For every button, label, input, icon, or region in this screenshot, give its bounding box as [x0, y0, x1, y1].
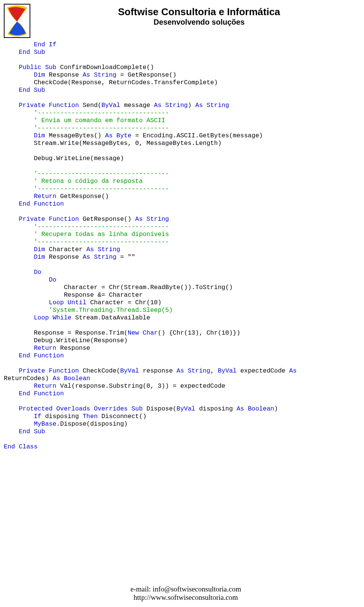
- code-keyword: Dim: [4, 71, 45, 79]
- company-logo: [4, 4, 30, 38]
- code-text: Character = Chr(10): [86, 299, 162, 306]
- code-text: GetResponse(): [56, 193, 109, 200]
- code-line: End Sub: [4, 49, 45, 56]
- code-keyword: Then: [83, 413, 98, 420]
- code-text: [297, 367, 300, 374]
- code-text: .Dispose(disposing): [56, 420, 128, 428]
- code-line: End Class: [4, 443, 38, 450]
- code-keyword: As Boolean: [53, 375, 90, 382]
- code-line: Debug.WriteLine(message): [4, 155, 124, 162]
- code-text: disposing: [195, 405, 237, 412]
- code-keyword: As Boolean: [237, 405, 274, 412]
- code-string: "": [128, 253, 135, 261]
- code-text: =: [116, 253, 128, 261]
- code-keyword: Private Function: [4, 215, 79, 223]
- code-keyword: ByVal: [218, 367, 237, 374]
- code-line: End If: [4, 41, 56, 48]
- code-line: Stream.Write(MessageBytes, 0, MessageByt…: [4, 140, 221, 147]
- code-keyword: As Byte: [105, 132, 131, 139]
- code-text: Response: [56, 344, 90, 352]
- code-text: ): [274, 405, 278, 412]
- code-keyword: Dim: [4, 253, 45, 261]
- code-keyword: ByVal: [177, 405, 196, 412]
- code-text: response: [139, 367, 176, 374]
- code-comment: ' Recupera todas as linha diponíveis: [4, 231, 169, 238]
- code-text: ReturnCodes): [4, 375, 53, 382]
- code-line: CheckCode(Response, ReturnCodes.Transfer…: [4, 79, 218, 86]
- code-text: Disconnect(): [98, 413, 147, 420]
- code-comment: ' Retona o código da resposta: [4, 178, 143, 185]
- code-comment: '-----------------------------------: [4, 124, 169, 132]
- footer-email: e-mail: info@softwiseconsultoria.com: [4, 585, 364, 593]
- code-text: Character: [45, 246, 86, 253]
- code-text: Response: [45, 253, 83, 261]
- code-line: Debug.WriteLine(Response): [4, 337, 128, 344]
- code-keyword: As String: [177, 367, 210, 374]
- code-comment: '-----------------------------------: [4, 109, 169, 116]
- code-keyword: Return: [4, 344, 56, 352]
- code-text: ConfirmDownloadComplete(): [56, 64, 154, 71]
- code-keyword: Public Sub: [4, 64, 56, 71]
- code-text: = Encoding.ASCII.GetBytes(message): [132, 132, 263, 139]
- code-keyword: Loop While: [4, 314, 71, 321]
- code-keyword: Dim: [4, 246, 45, 253]
- code-keyword: As String: [154, 102, 188, 109]
- code-keyword: As String: [195, 102, 229, 109]
- code-keyword: Dim: [4, 132, 45, 139]
- footer-url: http://www.softwiseconsultoria.com: [4, 593, 364, 602]
- code-line: Do: [4, 276, 56, 283]
- code-keyword: New Char: [128, 329, 158, 337]
- code-keyword: Private Function: [4, 102, 79, 109]
- code-text: Stream.DataAvailable: [71, 314, 150, 321]
- code-keyword: MyBase: [4, 420, 56, 428]
- code-keyword: Protected Overloads Overrides Sub: [4, 405, 143, 412]
- code-keyword: As: [289, 367, 297, 374]
- code-text: ): [188, 102, 195, 109]
- code-line: End Sub: [4, 86, 45, 94]
- code-comment: '-----------------------------------: [4, 238, 169, 245]
- code-comment: '-----------------------------------: [4, 170, 169, 177]
- code-line: End Function: [4, 390, 64, 397]
- code-text: MessageBytes(): [45, 132, 105, 139]
- code-comment: '-----------------------------------: [4, 185, 169, 192]
- code-text: disposing: [41, 413, 83, 420]
- code-keyword: Return: [4, 382, 56, 390]
- code-text: ,: [210, 367, 218, 374]
- code-comment: ' Envia um comando em formato ASCII: [4, 117, 165, 124]
- code-keyword: As String: [135, 215, 169, 223]
- document-header: Softwise Consultoria e Informática Desen…: [4, 4, 360, 38]
- code-comment: '-----------------------------------: [4, 223, 169, 230]
- document-footer: e-mail: info@softwiseconsultoria.com htt…: [4, 585, 364, 602]
- code-text: Send(: [79, 102, 101, 109]
- code-line: End Function: [4, 352, 64, 359]
- code-line: End Sub: [4, 428, 45, 435]
- code-text: Val(response.Substring(0, 3)) = expected…: [56, 382, 226, 390]
- code-text: = GetResponse(): [116, 71, 176, 79]
- code-keyword: As String: [83, 71, 116, 79]
- code-text: Response = Response.Trim(: [4, 329, 128, 337]
- code-text: Response: [45, 71, 83, 79]
- code-line: Response &= Character: [4, 291, 143, 299]
- code-line: End Function: [4, 200, 64, 208]
- code-keyword: ByVal: [101, 102, 120, 109]
- code-line: Do: [4, 269, 41, 276]
- code-keyword: Loop Until: [4, 299, 86, 306]
- code-block: End If End Sub Public Sub ConfirmDownloa…: [4, 41, 360, 451]
- company-name: Softwise Consultoria e Informática: [38, 6, 360, 18]
- code-keyword: As String: [86, 246, 120, 253]
- code-keyword: Return: [4, 193, 56, 200]
- code-keyword: As String: [83, 253, 116, 261]
- code-text: message: [120, 102, 154, 109]
- code-keyword: ByVal: [120, 367, 139, 374]
- code-text: GetResponse(): [79, 215, 135, 223]
- code-comment: 'System.Threading.Thread.Sleep(5): [4, 307, 173, 314]
- company-tagline: Desenvolvendo soluções: [38, 18, 360, 27]
- code-text: Dispose(: [143, 405, 176, 412]
- code-text: () {Chr(13), Chr(10)}): [158, 329, 240, 337]
- code-keyword: If: [4, 413, 41, 420]
- code-text: CheckCode(: [79, 367, 120, 374]
- code-keyword: Private Function: [4, 367, 79, 374]
- code-line: Character = Chr(Stream.ReadByte()).ToStr…: [4, 284, 233, 291]
- code-text: expectedCode: [237, 367, 289, 374]
